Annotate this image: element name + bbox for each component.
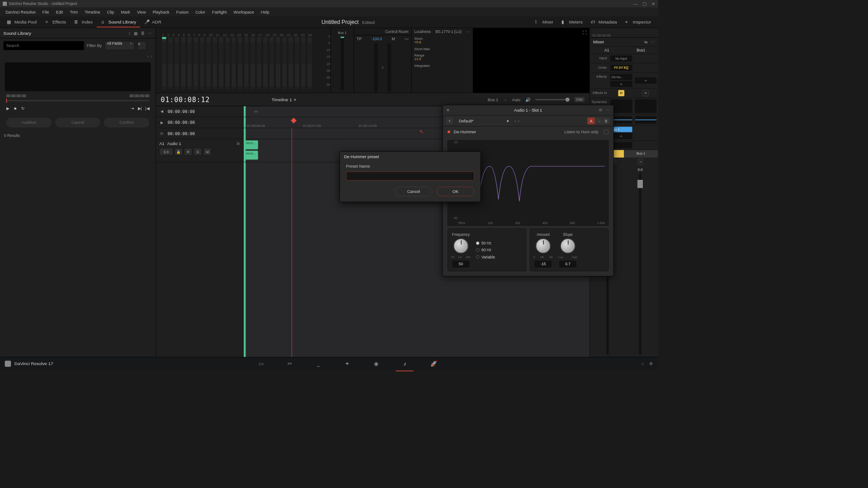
- slope-knob[interactable]: [560, 239, 575, 253]
- menu-item[interactable]: Trim: [66, 8, 81, 16]
- nav-prev-icon[interactable]: ‹: [147, 54, 149, 59]
- more-icon[interactable]: ⋯: [148, 31, 152, 36]
- listen-checkbox[interactable]: [604, 130, 609, 135]
- lock-icon[interactable]: 🔒: [175, 148, 183, 155]
- deliver-page-icon[interactable]: 🚀: [429, 360, 438, 368]
- confirm-button[interactable]: Confirm: [104, 118, 150, 127]
- stop-icon[interactable]: ■: [14, 106, 16, 111]
- fairlight-page-icon[interactable]: ♪: [401, 360, 409, 368]
- menu-item[interactable]: Fusion: [173, 8, 192, 16]
- order-display[interactable]: FX DY EQ: [610, 65, 632, 71]
- next-icon[interactable]: ▶|: [138, 106, 142, 111]
- timeline-name-dropdown[interactable]: Timeline 1▾: [272, 97, 297, 102]
- mute-button[interactable]: M: [203, 148, 211, 155]
- filter-options-button[interactable]: ⎈: [137, 41, 146, 50]
- mute-button[interactable]: M: [638, 159, 643, 164]
- fusion-page-icon[interactable]: ✦: [343, 360, 351, 368]
- effect-slot[interactable]: De-Hu...: [610, 74, 632, 80]
- add-preset-button[interactable]: +: [446, 117, 453, 124]
- preset-name-input[interactable]: [346, 172, 474, 181]
- more-icon[interactable]: ⋯: [651, 40, 655, 45]
- compare-a-button[interactable]: A: [587, 117, 595, 124]
- track-level[interactable]: 0.0: [159, 148, 173, 155]
- frequency-knob[interactable]: [453, 239, 468, 253]
- cut-page-icon[interactable]: ✂: [286, 360, 294, 368]
- menu-item[interactable]: Fairlight: [209, 8, 231, 16]
- timeline-timecode[interactable]: 01:00:08:12: [161, 95, 210, 103]
- close-icon[interactable]: ✕: [651, 1, 655, 6]
- volume-slider[interactable]: [535, 99, 570, 100]
- freq-50hz-radio[interactable]: 50 Hz: [476, 241, 495, 245]
- color-page-icon[interactable]: ◉: [372, 360, 380, 368]
- menu-item[interactable]: Color: [192, 8, 209, 16]
- add-effect-button[interactable]: +: [635, 77, 656, 84]
- minimize-icon[interactable]: —: [633, 1, 638, 6]
- close-icon[interactable]: ✕: [446, 108, 450, 113]
- media-page-icon[interactable]: ▭: [257, 360, 265, 368]
- effects-in-toggle[interactable]: In: [618, 90, 624, 96]
- input-select[interactable]: No Input: [610, 56, 632, 62]
- more-icon[interactable]: ⋯: [606, 108, 610, 113]
- speaker-icon[interactable]: 🔊: [525, 97, 530, 102]
- menu-item[interactable]: View: [133, 8, 149, 16]
- preset-prev-icon[interactable]: ‹: [515, 118, 516, 123]
- cancel-button[interactable]: Cancel: [55, 118, 101, 127]
- menu-item[interactable]: Workspace: [230, 8, 257, 16]
- maximize-icon[interactable]: ▢: [642, 1, 646, 6]
- eq-graph[interactable]: [635, 116, 656, 124]
- playhead[interactable]: [292, 128, 292, 357]
- menu-item[interactable]: Clip: [104, 8, 118, 16]
- menu-item[interactable]: Timeline: [81, 8, 104, 16]
- dim-button[interactable]: DIM: [574, 97, 585, 102]
- selection-tool-icon[interactable]: ▭: [254, 109, 258, 114]
- play-icon[interactable]: ▶: [6, 106, 9, 111]
- resolve-logo-icon[interactable]: [5, 361, 11, 367]
- ok-button[interactable]: OK: [437, 187, 474, 196]
- tab-media-pool[interactable]: ▦Media Pool: [3, 17, 41, 28]
- track-header[interactable]: A1Audio 1fx 0.0 🔒 R S M: [156, 139, 243, 163]
- loop-icon[interactable]: ↻: [21, 106, 25, 111]
- mixer-tab-bus1[interactable]: Bus1: [624, 47, 658, 54]
- menu-item[interactable]: Edit: [52, 8, 66, 16]
- fader[interactable]: [639, 173, 642, 355]
- nav-next-icon[interactable]: ›: [151, 54, 152, 59]
- amount-knob[interactable]: [536, 239, 551, 253]
- expand-icon[interactable]: ⛶: [583, 30, 587, 35]
- preset-select[interactable]: Default*▾: [457, 117, 511, 125]
- dynamics-graph[interactable]: [635, 99, 656, 113]
- more-icon[interactable]: ⋯: [467, 29, 470, 34]
- tab-mixer[interactable]: ⌇Mixer: [531, 17, 557, 27]
- compare-swap-button[interactable]: →: [595, 117, 603, 124]
- fx-indicator[interactable]: fx: [237, 141, 240, 146]
- tab-metadata[interactable]: 🏷Metadata: [587, 17, 621, 27]
- menu-item[interactable]: Help: [258, 8, 273, 16]
- home-icon[interactable]: ⌂: [642, 361, 644, 366]
- audio-clip[interactable]: dees...: [244, 141, 258, 150]
- sort-icon[interactable]: ↕: [128, 31, 131, 36]
- tab-meters[interactable]: ▮Meters: [557, 17, 587, 27]
- slope-value[interactable]: 0.7: [559, 261, 576, 267]
- cancel-button[interactable]: Cancel: [395, 187, 432, 196]
- freq-variable-radio[interactable]: Variable: [476, 255, 495, 259]
- filter-select[interactable]: All Fields ▾: [104, 41, 135, 50]
- preset-next-icon[interactable]: ›: [518, 118, 519, 123]
- search-input[interactable]: [4, 41, 84, 50]
- tab-effects[interactable]: ✧Effects: [41, 17, 70, 28]
- mixer-tab-a1[interactable]: A1: [590, 47, 624, 54]
- grid-view-icon[interactable]: ▦: [134, 31, 137, 36]
- frequency-value[interactable]: 50: [453, 261, 470, 267]
- menu-item[interactable]: Mark: [118, 8, 133, 16]
- audio-clip[interactable]: dees...: [244, 151, 258, 160]
- back-icon[interactable]: ◀: [159, 109, 164, 114]
- refresh-icon[interactable]: ⟳: [599, 108, 603, 113]
- record-arm-button[interactable]: R: [184, 148, 192, 155]
- bypass-indicator[interactable]: [448, 131, 450, 133]
- add-effect-button[interactable]: +: [610, 81, 632, 87]
- prev-icon[interactable]: |◀: [145, 106, 149, 111]
- preview-scrubber[interactable]: [6, 100, 150, 101]
- skip-icon[interactable]: ⇥: [131, 106, 134, 111]
- freq-60hz-radio[interactable]: 60 Hz: [476, 248, 495, 252]
- audition-button[interactable]: Audition: [6, 118, 52, 127]
- settings-icon[interactable]: ⚙: [649, 361, 653, 366]
- playhead-marker[interactable]: [291, 117, 297, 123]
